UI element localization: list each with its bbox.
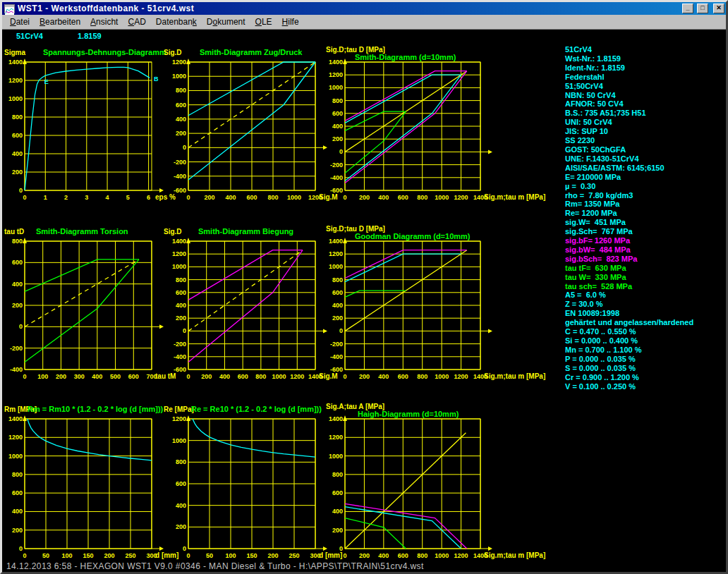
svg-text:0: 0: [183, 144, 186, 151]
svg-text:600: 600: [332, 289, 343, 296]
svg-text:1000: 1000: [8, 453, 23, 460]
svg-text:0: 0: [186, 194, 190, 201]
svg-text:Sig.m;tau m [MPa]: Sig.m;tau m [MPa]: [484, 551, 545, 559]
svg-text:200: 200: [332, 135, 343, 142]
svg-text:400: 400: [378, 373, 389, 380]
menu-item-hilfe[interactable]: Hilfe: [277, 16, 304, 28]
svg-text:1000: 1000: [272, 373, 286, 380]
svg-text:1000: 1000: [172, 263, 186, 270]
svg-text:1000: 1000: [329, 263, 343, 270]
svg-text:0: 0: [343, 552, 346, 559]
menu-bar: DateiBearbeitenAnsichtCADDatenbankDokume…: [2, 15, 726, 30]
svg-text:200: 200: [359, 552, 370, 559]
series-torsion-amplitude-line: [345, 518, 406, 549]
svg-text:Goodman Diagramm (d=10mm): Goodman Diagramm (d=10mm): [355, 232, 471, 240]
svg-text:200: 200: [332, 315, 343, 322]
svg-text:Sigma: Sigma: [4, 49, 25, 56]
svg-text:800: 800: [176, 458, 186, 465]
svg-text:200: 200: [359, 373, 370, 380]
svg-text:tau tD: tau tD: [4, 228, 24, 236]
svg-text:400: 400: [332, 302, 343, 309]
svg-text:1400: 1400: [329, 59, 343, 66]
material-property-line: UNE: F.1430-51CrV4: [565, 154, 726, 164]
series-torsion-lower-limit: [25, 259, 139, 362]
svg-text:600: 600: [246, 194, 257, 201]
svg-text:1000: 1000: [435, 373, 449, 380]
svg-text:400: 400: [12, 508, 23, 515]
chart-smith-biegung: 0200400600800100012001400-600-400-200020…: [163, 223, 332, 401]
svg-text:1000: 1000: [435, 552, 449, 559]
menu-item-ole[interactable]: OLE: [250, 16, 277, 28]
svg-text:Spannungs-Dehnungs-Diagramm: Spannungs-Dehnungs-Diagramm: [43, 48, 166, 56]
material-property-line: rho = 7.80 kg/dm3: [565, 191, 726, 200]
svg-text:200: 200: [201, 373, 212, 380]
svg-text:0: 0: [19, 323, 23, 330]
svg-text:800: 800: [176, 276, 186, 283]
app-icon[interactable]: [4, 4, 15, 13]
series-mean-stress-diagonal: [345, 71, 467, 152]
svg-text:200: 200: [359, 194, 370, 201]
series-torsion-upper-limit: [25, 259, 139, 292]
series-bending-amplitude-line: [345, 503, 467, 549]
svg-text:2: 2: [64, 194, 68, 201]
menu-item-bearbeiten[interactable]: Bearbeiten: [35, 16, 85, 28]
svg-text:0: 0: [23, 194, 26, 201]
svg-text:-600: -600: [174, 366, 186, 373]
svg-text:Sig.D: Sig.D: [164, 49, 182, 56]
svg-text:Rm = Rm10 * (1.2 - 0.2 * log (: Rm = Rm10 * (1.2 - 0.2 * log (d [mm])): [28, 405, 164, 413]
material-property-line: V = 0.100 .. 0.250 %: [565, 382, 726, 391]
svg-text:0: 0: [186, 552, 190, 559]
svg-text:0: 0: [19, 545, 23, 552]
svg-text:500: 500: [110, 373, 121, 380]
status-bar: 14.12.2013 6:58 - HEXAGON WST1 V9.0 #034…: [6, 561, 424, 571]
svg-text:1200: 1200: [454, 552, 468, 559]
material-property-line: A5 = 6.0 %: [565, 291, 726, 300]
material-data-panel: 51CrV4Wst-Nr.: 1.8159Ident-Nr.: 1.8159Fe…: [565, 45, 726, 391]
svg-text:1200: 1200: [454, 194, 468, 201]
svg-text:150: 150: [83, 552, 93, 559]
material-property-line: sig.bSch= 823 MPa: [565, 255, 726, 264]
svg-text:0: 0: [343, 373, 346, 380]
svg-text:600: 600: [12, 132, 23, 139]
minimize-button[interactable]: _: [682, 4, 693, 13]
menu-item-datenbank[interactable]: Datenbank: [151, 16, 202, 28]
svg-text:400: 400: [378, 194, 389, 201]
client-area: 51CrV4 1.8159 01234560200400600800100012…: [2, 30, 726, 572]
svg-text:-400: -400: [330, 174, 343, 181]
material-property-line: AFNOR: 50 CV4: [565, 99, 726, 109]
svg-text:Smith-Diagramm Biegung: Smith-Diagramm Biegung: [198, 227, 293, 236]
svg-text:800: 800: [176, 87, 186, 94]
svg-text:100: 100: [61, 552, 72, 559]
svg-text:1200: 1200: [290, 373, 304, 380]
svg-text:200: 200: [104, 552, 114, 559]
svg-text:Sig.D: Sig.D: [164, 228, 182, 236]
material-property-line: B.S.: 735 A51;735 H51: [565, 109, 726, 118]
svg-text:800: 800: [417, 194, 427, 201]
menu-item-cad[interactable]: CAD: [123, 16, 150, 28]
svg-text:1200: 1200: [8, 77, 23, 84]
svg-text:250: 250: [289, 552, 299, 559]
svg-text:100: 100: [37, 373, 48, 380]
material-property-line: EN 10089:1998: [565, 309, 726, 318]
svg-text:200: 200: [12, 527, 23, 534]
menu-item-datei[interactable]: Datei: [5, 16, 35, 28]
material-property-line: sig.bW= 484 MPa: [565, 245, 726, 255]
menu-item-dokument[interactable]: Dokument: [202, 16, 250, 28]
svg-text:600: 600: [332, 110, 343, 117]
svg-text:1200: 1200: [329, 434, 343, 441]
svg-text:800: 800: [332, 97, 343, 104]
menu-item-ansicht[interactable]: Ansicht: [85, 16, 123, 28]
chart-haigh-d10: 0200400600800100012001400020040060080010…: [325, 401, 559, 568]
svg-text:100: 100: [225, 552, 236, 559]
svg-text:-200: -200: [174, 159, 186, 166]
close-button[interactable]: ✕: [713, 4, 724, 13]
svg-text:800: 800: [417, 552, 427, 559]
window-title: WST1 - Werkstoffdatenbank - 51crv4.wst: [18, 4, 679, 13]
svg-text:-200: -200: [330, 341, 343, 348]
svg-text:0: 0: [19, 187, 23, 194]
maximize-button[interactable]: □: [697, 4, 708, 13]
svg-text:800: 800: [267, 194, 278, 201]
svg-text:600: 600: [398, 552, 408, 559]
svg-text:1200: 1200: [8, 434, 23, 441]
svg-text:600: 600: [12, 489, 23, 496]
